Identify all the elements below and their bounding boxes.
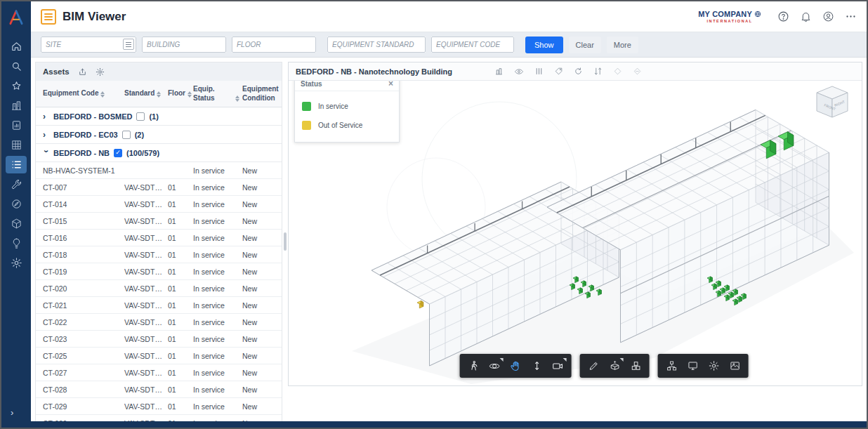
sort-icon bbox=[100, 91, 105, 98]
chevron-icon[interactable]: › bbox=[41, 150, 51, 156]
equipment-code-input[interactable] bbox=[431, 37, 514, 53]
in-service-swatch bbox=[302, 102, 311, 111]
chevron-icon[interactable]: › bbox=[43, 130, 49, 140]
hide-icon[interactable] bbox=[633, 67, 642, 76]
asset-row[interactable]: CT-018 VAV-SDTU-6 01 In service New bbox=[36, 246, 282, 263]
view-cube[interactable]: FRONT RIGHT bbox=[813, 84, 852, 121]
cell-equip-status: In service bbox=[193, 352, 242, 360]
gear-icon[interactable] bbox=[6, 254, 27, 272]
model-tree-icon[interactable] bbox=[662, 357, 681, 376]
legend-title: Status bbox=[301, 81, 322, 88]
tag-icon[interactable] bbox=[554, 67, 563, 76]
more-button[interactable]: More bbox=[607, 37, 638, 53]
screenshot-icon[interactable] bbox=[725, 357, 744, 376]
camera-views-icon[interactable] bbox=[548, 357, 567, 376]
viewer-panel: BEDFORD - NB - Nanotechnology Building bbox=[288, 62, 862, 386]
building-input[interactable] bbox=[142, 37, 226, 53]
asset-row[interactable]: NB-HVAC-SYSTEM-1 In service New bbox=[36, 162, 282, 179]
asset-row[interactable]: CT-021 VAV-SDTU-6 01 In service New bbox=[36, 297, 282, 314]
assets-list-icon[interactable] bbox=[6, 156, 27, 173]
close-icon[interactable]: × bbox=[388, 81, 393, 88]
viewer-settings-icon[interactable] bbox=[704, 357, 723, 376]
clear-button[interactable]: Clear bbox=[569, 37, 601, 53]
panel-resize-handle[interactable] bbox=[284, 232, 287, 251]
pan-tool-icon[interactable] bbox=[506, 357, 525, 376]
refresh-icon[interactable] bbox=[574, 67, 583, 76]
asset-row[interactable]: CT-015 VAV-SDTU-6 01 In service New bbox=[36, 213, 282, 230]
grid-icon[interactable] bbox=[6, 136, 27, 154]
expand-sidebar-button[interactable]: › bbox=[1, 407, 31, 418]
orbit-tool-icon[interactable] bbox=[485, 357, 504, 376]
site-lookup-button[interactable] bbox=[123, 39, 134, 50]
explode-model-icon[interactable] bbox=[626, 357, 645, 376]
footer-strip bbox=[31, 421, 867, 428]
asset-row[interactable]: CT-029 VAV-SDTU-6 01 In service New bbox=[36, 398, 282, 415]
site-input[interactable] bbox=[41, 37, 136, 53]
bulb-icon[interactable] bbox=[6, 235, 27, 252]
asset-group-label: BEDFORD - BOSMED bbox=[53, 112, 132, 121]
asset-group-ec03[interactable]: › BEDFORD - EC03 (2) bbox=[36, 126, 282, 144]
markup-pencil-icon[interactable] bbox=[584, 357, 603, 376]
cell-standard: VAV-SDTU-6 bbox=[124, 402, 168, 411]
cell-standard: VAV-SDTU-6 bbox=[124, 335, 168, 343]
asset-row[interactable]: CT-014 VAV-SDTU-6 01 In service New bbox=[36, 196, 282, 213]
levels-icon[interactable] bbox=[534, 67, 544, 76]
model-cube-icon[interactable] bbox=[6, 215, 27, 232]
column-equipment-condition[interactable]: Equipment Condition bbox=[242, 85, 282, 103]
column-floor[interactable]: Floor bbox=[168, 89, 193, 98]
walk-tool-icon[interactable] bbox=[464, 357, 483, 376]
export-icon[interactable] bbox=[78, 67, 87, 77]
cell-floor: 01 bbox=[168, 301, 193, 310]
buildings-icon[interactable] bbox=[6, 97, 27, 114]
asset-row[interactable]: CT-028 VAV-SDTU-6 01 In service New bbox=[36, 381, 282, 398]
model-icon[interactable] bbox=[494, 67, 504, 76]
column-equip-status[interactable]: Equip. Status bbox=[193, 85, 242, 103]
asset-row[interactable]: CT-030 VAV-SDTU-6 01 In service New bbox=[36, 415, 282, 421]
more-menu-icon[interactable] bbox=[845, 11, 857, 22]
asset-row[interactable]: CT-020 VAV-SDTU-6 01 In service New bbox=[36, 280, 282, 297]
isolate-icon[interactable] bbox=[613, 67, 622, 76]
account-icon[interactable] bbox=[822, 11, 834, 22]
viewer-canvas[interactable]: Status × In service Out of Service bbox=[289, 81, 862, 385]
reports-icon[interactable] bbox=[6, 117, 27, 134]
cell-equip-status: In service bbox=[193, 268, 242, 276]
zoom-tool-icon[interactable] bbox=[527, 357, 546, 376]
asset-row[interactable]: CT-016 VAV-SDTU-6 01 In service New bbox=[36, 230, 282, 246]
star-icon[interactable] bbox=[6, 77, 27, 95]
asset-group-label: BEDFORD - NB bbox=[53, 149, 110, 157]
asset-row[interactable]: CT-007 VAV-SDTU-6 01 In service New bbox=[36, 179, 282, 196]
column-standard[interactable]: Standard bbox=[124, 89, 168, 98]
chevron-icon[interactable]: › bbox=[43, 112, 49, 121]
sidebar-nav bbox=[6, 38, 27, 272]
section-box-icon[interactable] bbox=[605, 357, 624, 376]
asset-group-nb[interactable]: › BEDFORD - NB (100/579) bbox=[36, 144, 282, 162]
asset-group-checkbox[interactable] bbox=[122, 131, 131, 139]
asset-row[interactable]: CT-027 VAV-SDTU-6 01 In service New bbox=[36, 364, 282, 381]
asset-group-checkbox[interactable] bbox=[136, 112, 145, 121]
assets-settings-icon[interactable] bbox=[96, 67, 105, 77]
company-name: MY COMPANY bbox=[698, 10, 752, 18]
visibility-icon[interactable] bbox=[514, 67, 524, 77]
compass-icon[interactable] bbox=[6, 195, 27, 213]
properties-panel-icon[interactable] bbox=[683, 357, 702, 376]
search-icon[interactable] bbox=[6, 58, 27, 75]
asset-group-bosmed[interactable]: › BEDFORD - BOSMED (1) bbox=[36, 107, 282, 126]
asset-row[interactable]: CT-025 VAV-SDTU-6 01 In service New bbox=[36, 348, 282, 364]
column-equipment-code[interactable]: Equipment Code bbox=[43, 89, 124, 98]
show-button[interactable]: Show bbox=[525, 37, 563, 53]
asset-row[interactable]: CT-023 VAV-SDTU-6 01 In service New bbox=[36, 331, 282, 348]
help-icon[interactable] bbox=[777, 11, 789, 22]
asset-row[interactable]: CT-022 VAV-SDTU-6 01 In service New bbox=[36, 314, 282, 331]
floor-input[interactable] bbox=[232, 37, 316, 53]
asset-row[interactable]: CT-019 VAV-SDTU-6 01 In service New bbox=[36, 263, 282, 280]
cell-floor: 01 bbox=[168, 335, 193, 343]
equipment-standard-input[interactable] bbox=[327, 37, 426, 53]
cell-equip-status: In service bbox=[193, 166, 242, 175]
asset-group-checkbox[interactable] bbox=[114, 149, 122, 157]
asset-group-count: (2) bbox=[135, 131, 144, 139]
swap-icon[interactable] bbox=[593, 67, 603, 76]
notifications-icon[interactable] bbox=[800, 11, 812, 22]
app-logo[interactable] bbox=[1, 1, 31, 34]
home-icon[interactable] bbox=[6, 38, 27, 55]
wrench-icon[interactable] bbox=[6, 176, 27, 193]
